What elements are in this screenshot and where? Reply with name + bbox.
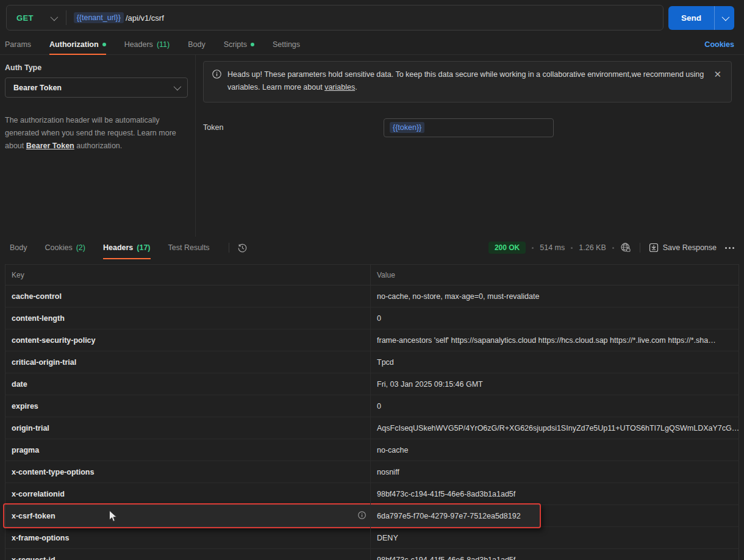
header-value: no-cache	[370, 439, 739, 461]
banner-text-part: Heads up! These parameters hold sensitiv…	[227, 70, 704, 92]
close-icon[interactable]: ✕	[712, 68, 723, 80]
header-value: 0	[370, 307, 739, 329]
header-key: x-frame-options	[5, 527, 370, 548]
auth-description-text: authorization.	[74, 142, 123, 150]
table-row: x-csrf-token 6da797e5-f70e-4279-97e7-751…	[5, 505, 739, 527]
request-tabs: Params Authorization Headers (11) Body S…	[0, 34, 744, 55]
bearer-token-link[interactable]: Bearer Token	[26, 142, 74, 150]
table-row: expires 0	[5, 395, 739, 417]
value-column-header: Value	[370, 265, 739, 285]
tab-body[interactable]: Body	[188, 34, 206, 54]
dot-separator	[571, 247, 573, 249]
send-button[interactable]: Send	[668, 6, 714, 30]
info-icon	[212, 70, 221, 79]
table-row: critical-origin-trial Tpcd	[5, 351, 739, 373]
token-variable-pill: {{token}}	[390, 122, 424, 133]
response-headers-table: Key Value cache-control no-cache, no-sto…	[5, 264, 739, 560]
tab-count: (17)	[137, 243, 150, 252]
response-time: 514 ms	[540, 243, 565, 252]
auth-main-area: Heads up! These parameters hold sensitiv…	[196, 55, 744, 237]
tab-label: Settings	[273, 40, 300, 49]
header-value: 98bf473c-c194-41f5-46e6-8ad3b1a1ad5f	[370, 483, 739, 504]
header-value: no-cache, no-store, max-age=0, must-reva…	[370, 285, 739, 307]
table-header-row: Key Value	[5, 265, 739, 285]
tab-label: Scripts	[224, 40, 247, 49]
tab-label: Params	[5, 40, 31, 49]
header-value: Tpcd	[370, 351, 739, 373]
green-dot-icon	[251, 43, 254, 46]
auth-type-value: Bearer Token	[13, 84, 62, 92]
cookies-link[interactable]: Cookies	[704, 40, 734, 49]
request-url-box: GET {{tenant_url}} /api/v1/csrf	[6, 5, 664, 31]
tab-count: (2)	[76, 243, 85, 252]
url-path: /api/v1/csrf	[126, 13, 164, 23]
method-dropdown[interactable]: GET	[7, 13, 66, 23]
chevron-down-icon	[50, 13, 58, 21]
table-row: date Fri, 03 Jan 2025 09:15:46 GMT	[5, 373, 739, 395]
table-row: content-length 0	[5, 307, 739, 329]
table-row: content-security-policy frame-ancestors …	[5, 329, 739, 351]
chevron-down-icon	[174, 83, 182, 91]
token-input[interactable]: {{token}}	[384, 118, 554, 137]
banner-text: Heads up! These parameters hold sensitiv…	[227, 68, 706, 95]
more-actions-icon[interactable]	[725, 247, 734, 249]
green-dot-icon	[102, 43, 106, 46]
tab-params[interactable]: Params	[5, 34, 31, 54]
tab-label: Authorization	[49, 40, 99, 49]
header-key: cache-control	[5, 285, 370, 307]
header-key: critical-origin-trial	[5, 351, 370, 373]
url-variable-pill: {{tenant_url}}	[74, 12, 124, 23]
dot-separator	[532, 247, 534, 249]
header-value: nosniff	[370, 461, 739, 483]
header-key: x-correlationid	[5, 483, 370, 504]
info-icon[interactable]	[358, 511, 366, 522]
header-key: pragma	[5, 439, 370, 461]
send-split-button: Send	[668, 6, 734, 30]
chevron-down-icon	[721, 13, 729, 21]
response-size: 1.26 KB	[579, 243, 606, 252]
tab-settings[interactable]: Settings	[273, 34, 300, 54]
send-label: Send	[681, 13, 701, 23]
header-value: DENY	[370, 527, 739, 548]
sensitive-data-banner: Heads up! These parameters hold sensitiv…	[203, 61, 732, 102]
response-history-icon[interactable]	[237, 243, 248, 253]
tab-headers[interactable]: Headers (11)	[124, 34, 170, 54]
header-key: expires	[5, 395, 370, 417]
tab-scripts[interactable]: Scripts	[224, 34, 254, 54]
header-key: origin-trial	[5, 417, 370, 439]
tab-label: Body	[188, 40, 206, 49]
res-tab-cookies[interactable]: Cookies (2)	[45, 237, 85, 259]
send-options-button[interactable]	[714, 6, 734, 30]
divider	[640, 243, 640, 253]
banner-text-part: .	[355, 83, 357, 92]
auth-type-select[interactable]: Bearer Token	[5, 77, 188, 98]
authorization-panel: Auth Type Bearer Token The authorization…	[0, 55, 744, 237]
header-value: AqsFcIseqUSkehWVG5P/4YrO6zG/R+XG626sjupd…	[370, 417, 739, 439]
table-row: x-request-id 98bf473c-c194-41f5-46e6-8ad…	[5, 549, 739, 560]
res-tab-test-results[interactable]: Test Results	[168, 237, 210, 259]
auth-type-sidebar: Auth Type Bearer Token The authorization…	[0, 55, 196, 237]
table-row: x-correlationid 98bf473c-c194-41f5-46e6-…	[5, 483, 739, 505]
tab-label: Headers	[124, 40, 153, 49]
save-response-label: Save Response	[663, 243, 717, 252]
response-meta: 200 OK 514 ms 1.26 KB Save Response	[488, 242, 734, 254]
res-tab-headers[interactable]: Headers (17)	[103, 237, 151, 259]
header-value: 0	[370, 395, 739, 417]
header-value: frame-ancestors 'self' https://sapanalyt…	[370, 329, 739, 351]
header-key: date	[5, 373, 370, 395]
dot-separator	[612, 247, 614, 249]
res-tab-body[interactable]: Body	[10, 237, 27, 259]
network-info-icon[interactable]	[620, 242, 631, 253]
table-row: pragma no-cache	[5, 439, 739, 461]
header-key: x-csrf-token	[5, 505, 370, 526]
header-key: x-request-id	[5, 549, 370, 560]
table-row: cache-control no-cache, no-store, max-ag…	[5, 285, 739, 307]
save-response-button[interactable]: Save Response	[649, 243, 717, 253]
auth-description: The authorization header will be automat…	[5, 114, 188, 152]
header-key: content-length	[5, 307, 370, 329]
tab-authorization[interactable]: Authorization	[49, 34, 106, 54]
auth-type-label: Auth Type	[5, 63, 188, 72]
variables-link[interactable]: variables	[324, 83, 355, 92]
token-label: Token	[203, 123, 384, 132]
url-input[interactable]: {{tenant_url}} /api/v1/csrf	[66, 12, 663, 23]
